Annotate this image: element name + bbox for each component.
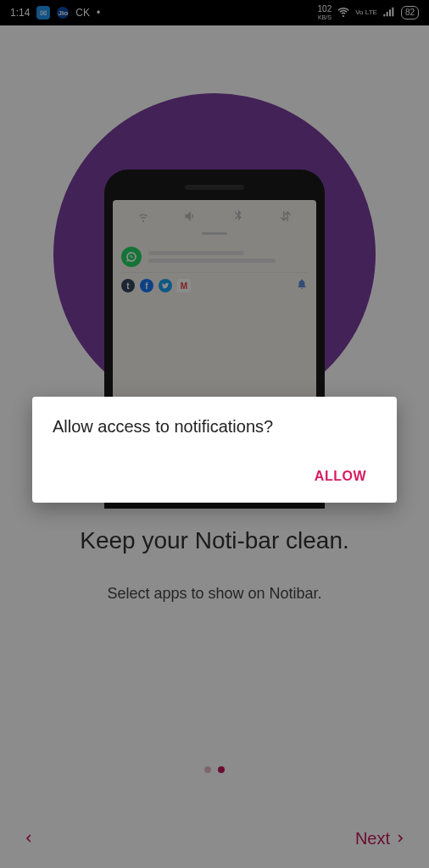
permission-dialog: Allow access to notifications? ALLOW bbox=[32, 397, 397, 503]
dialog-title: Allow access to notifications? bbox=[53, 417, 376, 437]
allow-button[interactable]: ALLOW bbox=[304, 460, 376, 492]
